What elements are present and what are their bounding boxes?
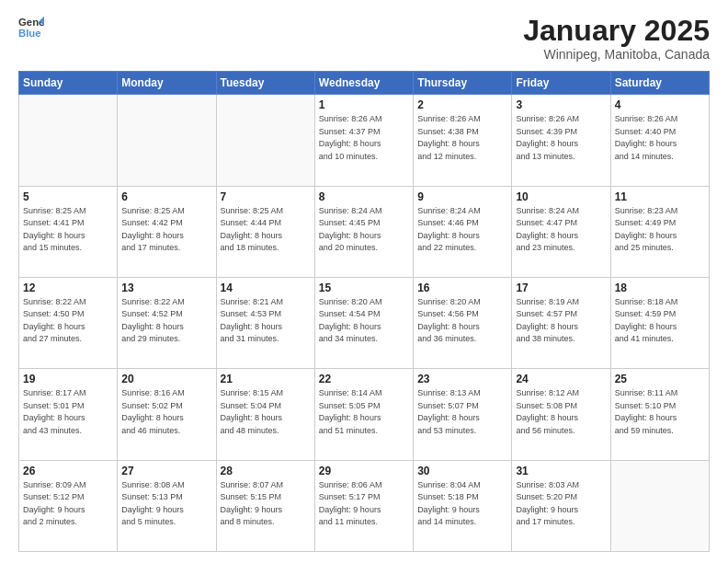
day-number: 2	[417, 98, 507, 111]
day-number: 18	[615, 282, 705, 294]
day-number: 6	[121, 190, 211, 203]
calendar-cell: 12Sunrise: 8:22 AMSunset: 4:50 PMDayligh…	[19, 277, 118, 368]
header-thursday: Thursday	[414, 72, 512, 95]
day-info: Sunrise: 8:25 AMSunset: 4:41 PMDaylight:…	[23, 205, 113, 255]
calendar-cell: 5Sunrise: 8:25 AMSunset: 4:41 PMDaylight…	[19, 186, 118, 277]
day-number: 12	[23, 282, 113, 294]
day-info: Sunrise: 8:24 AMSunset: 4:46 PMDaylight:…	[417, 205, 507, 255]
day-number: 4	[615, 98, 705, 111]
calendar-cell: 15Sunrise: 8:20 AMSunset: 4:54 PMDayligh…	[314, 277, 413, 368]
header: General Blue January 2025 Winnipeg, Mani…	[18, 15, 710, 62]
calendar-week-2: 12Sunrise: 8:22 AMSunset: 4:50 PMDayligh…	[19, 277, 710, 368]
day-info: Sunrise: 8:09 AMSunset: 5:12 PMDaylight:…	[23, 479, 113, 529]
day-info: Sunrise: 8:22 AMSunset: 4:50 PMDaylight:…	[23, 296, 113, 346]
calendar-cell: 9Sunrise: 8:24 AMSunset: 4:46 PMDaylight…	[414, 186, 512, 277]
day-number: 17	[516, 282, 606, 294]
svg-text:Blue: Blue	[18, 28, 41, 39]
day-info: Sunrise: 8:16 AMSunset: 5:02 PMDaylight:…	[121, 387, 211, 437]
header-tuesday: Tuesday	[216, 72, 314, 95]
calendar-cell: 7Sunrise: 8:25 AMSunset: 4:44 PMDaylight…	[216, 186, 314, 277]
calendar-cell	[216, 95, 314, 186]
day-number: 23	[417, 373, 507, 385]
day-number: 21	[221, 373, 311, 385]
calendar-cell: 25Sunrise: 8:11 AMSunset: 5:10 PMDayligh…	[610, 369, 709, 460]
day-number: 31	[516, 465, 606, 477]
day-info: Sunrise: 8:22 AMSunset: 4:52 PMDaylight:…	[121, 296, 211, 346]
calendar-cell: 24Sunrise: 8:12 AMSunset: 5:08 PMDayligh…	[512, 369, 610, 460]
day-info: Sunrise: 8:17 AMSunset: 5:01 PMDaylight:…	[23, 387, 113, 437]
day-number: 26	[23, 465, 113, 477]
calendar-cell: 21Sunrise: 8:15 AMSunset: 5:04 PMDayligh…	[216, 369, 314, 460]
day-number: 24	[516, 373, 606, 385]
day-info: Sunrise: 8:08 AMSunset: 5:13 PMDaylight:…	[121, 479, 211, 529]
day-info: Sunrise: 8:14 AMSunset: 5:05 PMDaylight:…	[319, 387, 409, 437]
calendar-week-3: 19Sunrise: 8:17 AMSunset: 5:01 PMDayligh…	[19, 369, 710, 460]
day-info: Sunrise: 8:26 AMSunset: 4:37 PMDaylight:…	[319, 113, 409, 163]
logo-icon: General Blue	[18, 15, 44, 40]
calendar-cell: 2Sunrise: 8:26 AMSunset: 4:38 PMDaylight…	[414, 95, 512, 186]
calendar-cell: 6Sunrise: 8:25 AMSunset: 4:42 PMDaylight…	[118, 186, 216, 277]
calendar-cell: 11Sunrise: 8:23 AMSunset: 4:49 PMDayligh…	[610, 186, 709, 277]
day-info: Sunrise: 8:11 AMSunset: 5:10 PMDaylight:…	[615, 387, 705, 437]
calendar-table: Sunday Monday Tuesday Wednesday Thursday…	[18, 71, 710, 552]
day-number: 16	[417, 282, 507, 294]
title-area: January 2025 Winnipeg, Manitoba, Canada	[523, 15, 710, 62]
day-info: Sunrise: 8:25 AMSunset: 4:44 PMDaylight:…	[221, 205, 311, 255]
calendar-cell: 4Sunrise: 8:26 AMSunset: 4:40 PMDaylight…	[610, 95, 709, 186]
month-title: January 2025	[523, 15, 710, 47]
calendar-cell: 8Sunrise: 8:24 AMSunset: 4:45 PMDaylight…	[314, 186, 413, 277]
calendar-week-0: 1Sunrise: 8:26 AMSunset: 4:37 PMDaylight…	[19, 95, 710, 186]
day-info: Sunrise: 8:23 AMSunset: 4:49 PMDaylight:…	[615, 205, 705, 255]
calendar-cell: 13Sunrise: 8:22 AMSunset: 4:52 PMDayligh…	[118, 277, 216, 368]
calendar-cell: 30Sunrise: 8:04 AMSunset: 5:18 PMDayligh…	[414, 460, 512, 551]
day-info: Sunrise: 8:20 AMSunset: 4:56 PMDaylight:…	[417, 296, 507, 346]
day-info: Sunrise: 8:13 AMSunset: 5:07 PMDaylight:…	[417, 387, 507, 437]
day-number: 13	[121, 282, 211, 294]
header-friday: Friday	[512, 72, 610, 95]
calendar-cell: 22Sunrise: 8:14 AMSunset: 5:05 PMDayligh…	[314, 369, 413, 460]
day-info: Sunrise: 8:26 AMSunset: 4:39 PMDaylight:…	[516, 113, 606, 163]
day-number: 9	[417, 190, 507, 203]
header-wednesday: Wednesday	[314, 72, 413, 95]
day-info: Sunrise: 8:12 AMSunset: 5:08 PMDaylight:…	[516, 387, 606, 437]
day-info: Sunrise: 8:20 AMSunset: 4:54 PMDaylight:…	[319, 296, 409, 346]
day-info: Sunrise: 8:18 AMSunset: 4:59 PMDaylight:…	[615, 296, 705, 346]
page: General Blue January 2025 Winnipeg, Mani…	[0, 0, 728, 563]
calendar-week-4: 26Sunrise: 8:09 AMSunset: 5:12 PMDayligh…	[19, 460, 710, 551]
calendar-cell: 28Sunrise: 8:07 AMSunset: 5:15 PMDayligh…	[216, 460, 314, 551]
day-number: 29	[319, 465, 409, 477]
day-number: 27	[121, 465, 211, 477]
day-number: 14	[221, 282, 311, 294]
day-number: 1	[319, 98, 409, 111]
day-number: 19	[23, 373, 113, 385]
day-number: 15	[319, 282, 409, 294]
day-info: Sunrise: 8:03 AMSunset: 5:20 PMDaylight:…	[516, 479, 606, 529]
calendar-cell: 29Sunrise: 8:06 AMSunset: 5:17 PMDayligh…	[314, 460, 413, 551]
day-info: Sunrise: 8:21 AMSunset: 4:53 PMDaylight:…	[221, 296, 311, 346]
day-number: 7	[221, 190, 311, 203]
day-number: 8	[319, 190, 409, 203]
calendar-cell: 26Sunrise: 8:09 AMSunset: 5:12 PMDayligh…	[19, 460, 118, 551]
logo: General Blue	[18, 15, 44, 40]
svg-text:General: General	[18, 17, 44, 28]
calendar-cell: 16Sunrise: 8:20 AMSunset: 4:56 PMDayligh…	[414, 277, 512, 368]
calendar-cell	[610, 460, 709, 551]
day-info: Sunrise: 8:04 AMSunset: 5:18 PMDaylight:…	[417, 479, 507, 529]
day-number: 28	[221, 465, 311, 477]
day-number: 5	[23, 190, 113, 203]
header-saturday: Saturday	[610, 72, 709, 95]
day-info: Sunrise: 8:26 AMSunset: 4:38 PMDaylight:…	[417, 113, 507, 163]
day-number: 30	[417, 465, 507, 477]
day-info: Sunrise: 8:24 AMSunset: 4:47 PMDaylight:…	[516, 205, 606, 255]
calendar-cell: 31Sunrise: 8:03 AMSunset: 5:20 PMDayligh…	[512, 460, 610, 551]
location: Winnipeg, Manitoba, Canada	[523, 47, 710, 62]
calendar-cell: 27Sunrise: 8:08 AMSunset: 5:13 PMDayligh…	[118, 460, 216, 551]
day-number: 22	[319, 373, 409, 385]
day-info: Sunrise: 8:25 AMSunset: 4:42 PMDaylight:…	[121, 205, 211, 255]
calendar-cell: 3Sunrise: 8:26 AMSunset: 4:39 PMDaylight…	[512, 95, 610, 186]
day-info: Sunrise: 8:06 AMSunset: 5:17 PMDaylight:…	[319, 479, 409, 529]
calendar-cell: 20Sunrise: 8:16 AMSunset: 5:02 PMDayligh…	[118, 369, 216, 460]
day-info: Sunrise: 8:26 AMSunset: 4:40 PMDaylight:…	[615, 113, 705, 163]
calendar-cell: 14Sunrise: 8:21 AMSunset: 4:53 PMDayligh…	[216, 277, 314, 368]
day-number: 25	[615, 373, 705, 385]
